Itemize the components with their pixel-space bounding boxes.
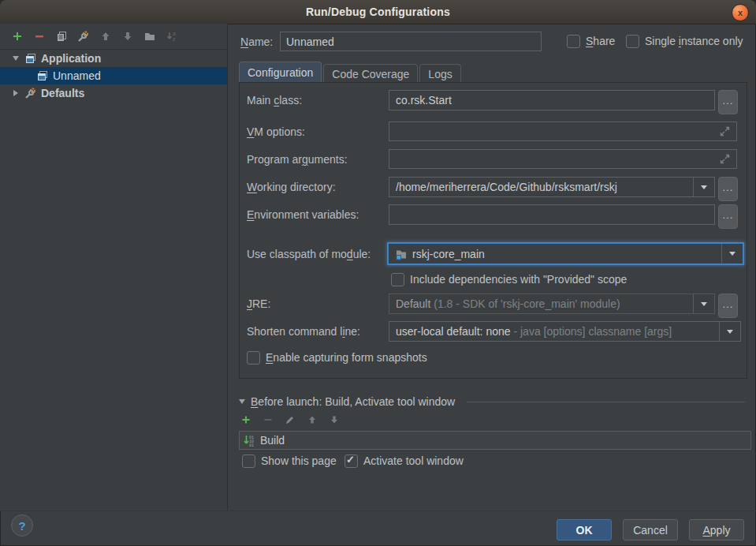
tree-item-label: Unnamed: [53, 69, 101, 82]
application-icon: [36, 69, 49, 82]
footer-separator: [0, 510, 756, 511]
move-up-icon[interactable]: [99, 30, 112, 43]
tab-bar: Configuration Code Coverage Logs: [239, 62, 461, 83]
activate-tool-window-checkbox-box[interactable]: [344, 454, 358, 468]
show-this-page-checkbox-box[interactable]: [242, 454, 255, 468]
program-arguments-label: Program arguments:: [247, 153, 348, 166]
use-classpath-combo[interactable]: rskj-core_main: [387, 242, 744, 265]
share-label: Share: [586, 35, 615, 47]
close-button[interactable]: x: [732, 4, 749, 21]
vm-options-field[interactable]: [389, 122, 737, 141]
module-icon: [395, 248, 408, 260]
vm-options-label: VM options:: [247, 125, 305, 138]
jre-browse-button[interactable]: ...: [718, 294, 738, 318]
shorten-command-line-label: Shorten command line:: [247, 325, 360, 338]
separator-rule: [467, 402, 745, 402]
environment-variables-field[interactable]: [389, 204, 715, 225]
single-instance-checkbox[interactable]: Single instance only: [626, 34, 743, 48]
before-launch-item-build[interactable]: 01 10 01 Build: [239, 431, 751, 450]
expand-field-icon[interactable]: [720, 126, 730, 136]
enable-snapshots-checkbox[interactable]: Enable capturing form snapshots: [247, 350, 427, 365]
dropdown-arrow-icon[interactable]: [693, 178, 714, 196]
activate-tool-window-checkbox[interactable]: Activate tool window: [344, 454, 464, 468]
working-directory-browse-button[interactable]: ...: [718, 177, 738, 201]
show-this-page-label: Show this page: [261, 454, 337, 467]
collapse-icon[interactable]: [239, 399, 245, 404]
close-icon: x: [738, 9, 743, 17]
svg-text:a: a: [173, 31, 176, 36]
titlebar[interactable]: Run/Debug Configurations x: [0, 0, 756, 24]
tree-group-defaults[interactable]: Defaults: [0, 84, 227, 102]
show-this-page-checkbox[interactable]: Show this page: [242, 454, 337, 468]
move-down-icon[interactable]: [121, 30, 134, 43]
add-icon[interactable]: [240, 413, 252, 426]
tab-logs[interactable]: Logs: [419, 64, 460, 83]
help-button[interactable]: ?: [11, 514, 33, 537]
chevron-down-icon[interactable]: [11, 56, 20, 61]
remove-icon[interactable]: [33, 30, 46, 43]
sort-alphabetically-icon[interactable]: a z: [166, 30, 178, 43]
main-class-label: Main class:: [247, 94, 302, 107]
tree-group-label: Defaults: [41, 87, 84, 99]
environment-variables-browse-button[interactable]: ...: [718, 204, 738, 229]
activate-tool-window-label: Activate tool window: [363, 454, 464, 467]
tree-toolbar: a z: [0, 24, 227, 50]
application-icon: [24, 52, 37, 65]
chevron-right-icon[interactable]: [11, 90, 20, 96]
cancel-button[interactable]: Cancel: [623, 519, 678, 540]
include-provided-checkbox[interactable]: Include dependencies with "Provided" sco…: [391, 272, 627, 286]
name-label: Name:: [240, 36, 273, 48]
ok-button[interactable]: OK: [557, 519, 612, 540]
share-checkbox[interactable]: Share: [567, 34, 615, 48]
main-class-field[interactable]: co.rsk.Start: [389, 90, 715, 110]
jre-combo[interactable]: Default (1.8 - SDK of 'rskj-core_main' m…: [389, 294, 715, 314]
single-instance-checkbox-box[interactable]: [626, 35, 639, 48]
svg-text:01: 01: [249, 443, 254, 447]
tab-configuration[interactable]: Configuration: [239, 62, 322, 83]
svg-text:z: z: [173, 36, 176, 42]
build-icon: 01 10 01: [244, 435, 255, 447]
enable-snapshots-checkbox-box[interactable]: [247, 351, 260, 365]
main-class-browse-button[interactable]: ...: [718, 90, 738, 114]
build-item-label: Build: [260, 434, 285, 447]
expand-field-icon[interactable]: [720, 154, 730, 164]
window-title: Run/Debug Configurations: [306, 6, 450, 18]
jre-label: JRE:: [247, 297, 270, 310]
move-up-icon[interactable]: [306, 413, 318, 426]
edit-icon[interactable]: [284, 413, 296, 426]
tree-group-application[interactable]: Application: [0, 50, 227, 67]
help-icon: ?: [18, 519, 25, 533]
tree-item-unnamed[interactable]: Unnamed: [0, 67, 227, 84]
environment-variables-label: Environment variables:: [247, 208, 359, 221]
include-provided-label: Include dependencies with "Provided" sco…: [410, 273, 627, 286]
edit-defaults-icon[interactable]: [77, 30, 90, 43]
defaults-icon: [24, 87, 37, 99]
configurations-tree-panel: a z Application: [0, 24, 228, 510]
include-provided-checkbox-box[interactable]: [391, 273, 404, 286]
dropdown-arrow-icon[interactable]: [719, 322, 740, 341]
tree-group-label: Application: [41, 52, 101, 65]
copy-icon[interactable]: [55, 30, 68, 43]
run-debug-configurations-dialog: Run/Debug Configurations x: [0, 0, 756, 546]
apply-button[interactable]: Apply: [689, 519, 744, 540]
enable-snapshots-label: Enable capturing form snapshots: [266, 351, 427, 364]
before-launch-title: Before launch: Build, Activate tool wind…: [251, 395, 455, 408]
shorten-command-line-combo[interactable]: user-local default: none - java [options…: [389, 321, 741, 342]
working-directory-label: Working directory:: [247, 181, 336, 193]
name-input[interactable]: [280, 32, 542, 51]
working-directory-combo[interactable]: /home/meriherrera/Code/Github/rsksmart/r…: [389, 177, 715, 197]
program-arguments-field[interactable]: [389, 149, 737, 169]
single-instance-label: Single instance only: [645, 35, 743, 47]
move-down-icon[interactable]: [328, 413, 341, 426]
dropdown-arrow-icon[interactable]: [721, 244, 743, 264]
before-launch-header[interactable]: Before launch: Build, Activate tool wind…: [239, 395, 745, 408]
use-classpath-label: Use classpath of module:: [247, 248, 371, 260]
dropdown-arrow-icon[interactable]: [693, 294, 714, 313]
new-folder-icon[interactable]: [143, 30, 156, 43]
tab-code-coverage[interactable]: Code Coverage: [323, 64, 418, 83]
before-launch-toolbar: [240, 413, 341, 426]
add-icon[interactable]: [11, 30, 24, 43]
remove-icon[interactable]: [262, 413, 274, 426]
share-checkbox-box[interactable]: [567, 35, 580, 48]
